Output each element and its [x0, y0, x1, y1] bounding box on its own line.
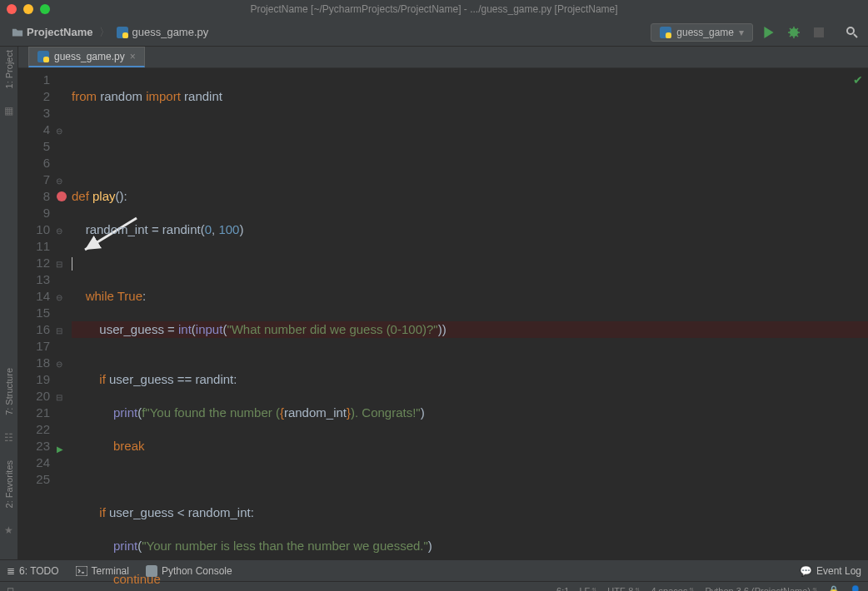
- python-file-icon: [37, 51, 49, 62]
- breadcrumb-separator: 〉: [97, 25, 112, 40]
- stop-button: [810, 23, 828, 42]
- show-tool-windows-icon[interactable]: ◻: [7, 585, 14, 591]
- fold-icon[interactable]: ⊖: [55, 223, 63, 240]
- code-content[interactable]: from random import randint def play(): r…: [68, 68, 868, 591]
- python-icon: [660, 27, 671, 38]
- fold-icon[interactable]: ⊖: [55, 290, 63, 306]
- line-number-gutter[interactable]: 12345 678910 1112131415 1617181920 21222…: [18, 68, 55, 591]
- breadcrumb-file-label: guess_game.py: [132, 26, 208, 38]
- fold-icon[interactable]: ⊖: [55, 123, 63, 140]
- editor-tabstrip: guess_game.py ×: [18, 47, 868, 68]
- breakpoint-icon[interactable]: [57, 191, 67, 201]
- editor-area: guess_game.py × ✔ 12345 678910 111213141…: [18, 47, 868, 559]
- svg-rect-8: [43, 57, 49, 62]
- breadcrumb-project-label: ProjectName: [27, 26, 92, 38]
- folder-icon: [12, 27, 23, 38]
- fold-end-icon[interactable]: ⊟: [55, 256, 63, 273]
- editor-tab[interactable]: guess_game.py ×: [28, 47, 145, 67]
- fold-end-icon[interactable]: ⊟: [55, 323, 63, 340]
- close-tab-icon[interactable]: ×: [130, 51, 136, 62]
- breadcrumb-project[interactable]: ProjectName: [7, 24, 97, 40]
- run-gutter-icon[interactable]: ▶: [57, 441, 63, 458]
- breadcrumb-file[interactable]: guess_game.py: [112, 24, 213, 40]
- fold-icon[interactable]: ⊖: [55, 173, 63, 190]
- editor[interactable]: ✔ 12345 678910 1112131415 1617181920 212…: [18, 68, 868, 591]
- list-icon: ≣: [7, 565, 15, 577]
- navigation-bar: ProjectName 〉 guess_game.py guess_game ▾: [0, 18, 868, 47]
- fold-icon[interactable]: ⊖: [55, 356, 63, 373]
- star-icon: ★: [4, 524, 13, 536]
- window-title: ProjectName [~/PycharmProjects/ProjectNa…: [0, 3, 868, 15]
- run-button[interactable]: [760, 23, 778, 42]
- chevron-down-icon: ▾: [739, 27, 744, 38]
- debug-button[interactable]: [785, 23, 803, 42]
- text-caret: [72, 257, 72, 271]
- search-everywhere-button[interactable]: [843, 23, 861, 42]
- run-config-label: guess_game: [676, 27, 734, 38]
- titlebar: ProjectName [~/PycharmProjects/ProjectNa…: [0, 0, 868, 18]
- python-file-icon: [117, 27, 128, 38]
- left-tool-rail: 1: Project ▦ 7: Structure ☷ 2: Favorites…: [0, 47, 18, 559]
- svg-rect-5: [814, 27, 824, 37]
- tab-label: guess_game.py: [54, 51, 125, 62]
- favorites-tool-button[interactable]: 2: Favorites: [4, 460, 14, 508]
- structure-tool-button[interactable]: 7: Structure: [4, 368, 14, 415]
- svg-rect-3: [666, 32, 671, 38]
- project-icon: ▦: [4, 105, 13, 117]
- run-configuration-selector[interactable]: guess_game ▾: [651, 23, 753, 42]
- marker-gutter[interactable]: ⊖ ⊖ ⊖ ⊟ ⊖ ⊟ ⊖ ⊟ ▶: [55, 68, 68, 591]
- svg-point-6: [847, 27, 854, 34]
- project-tool-button[interactable]: 1: Project: [4, 50, 14, 88]
- svg-rect-1: [122, 32, 128, 38]
- fold-end-icon[interactable]: ⊟: [55, 390, 63, 406]
- structure-icon: ☷: [4, 432, 13, 444]
